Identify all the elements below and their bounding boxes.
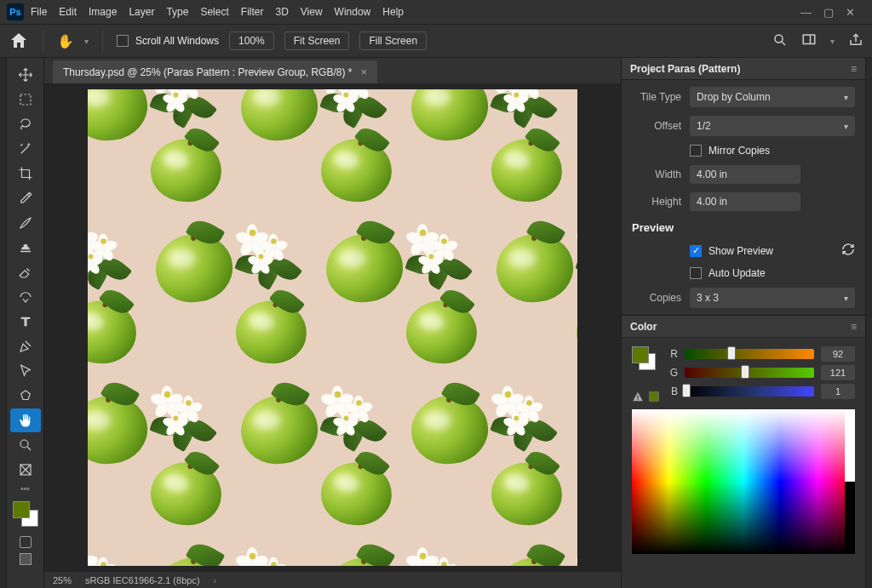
pen-tool[interactable] [10, 334, 41, 358]
copies-label: Copies [632, 292, 681, 304]
copies-value: 3 x 3 [697, 292, 719, 304]
menu-image[interactable]: Image [89, 6, 117, 18]
main-area: ••• Thursday.psd @ 25% (Paras Pattern : … [0, 58, 872, 588]
width-input[interactable] [690, 165, 800, 184]
chevron-down-icon: ▾ [844, 294, 848, 303]
foreground-color-swatch[interactable] [13, 501, 30, 518]
menu-select[interactable]: Select [200, 6, 228, 18]
gamut-swatch[interactable] [649, 391, 659, 402]
gamut-warning-icon[interactable] [632, 391, 644, 402]
tile-type-label: Tile Type [632, 91, 681, 103]
copies-select[interactable]: 3 x 3 ▾ [690, 288, 855, 308]
quick-mask-icon[interactable] [20, 536, 32, 548]
panel-color: Color ≡ [622, 315, 865, 562]
menu-help[interactable]: Help [382, 6, 404, 18]
canvas-viewport[interactable] [44, 83, 621, 571]
menu-bar: Ps FileEditImageLayerTypeSelectFilter3DV… [0, 0, 872, 24]
fill-screen-button[interactable]: Fill Screen [359, 31, 427, 50]
path-selection-tool[interactable] [10, 359, 41, 383]
toolbox: ••• [7, 58, 44, 588]
photoshop-logo: Ps [7, 3, 24, 20]
move-tool[interactable] [10, 63, 41, 87]
b-slider[interactable] [685, 386, 814, 397]
tile-type-value: Drop by Column [697, 91, 771, 103]
panel-pattern: Project Paras (Pattern) ≡ Tile Type Drop… [622, 58, 865, 315]
menu-view[interactable]: View [301, 6, 323, 18]
refresh-icon[interactable] [841, 243, 855, 259]
scroll-all-windows-label: Scroll All Windows [135, 35, 219, 47]
left-collapsed-rail[interactable] [0, 58, 7, 588]
crop-tool[interactable] [10, 162, 41, 186]
menu-3d[interactable]: 3D [275, 6, 288, 18]
close-button[interactable]: ✕ [846, 6, 855, 19]
show-preview-label: Show Preview [708, 245, 773, 257]
r-value[interactable]: 92 [821, 346, 855, 362]
close-tab-icon[interactable]: × [360, 66, 367, 78]
tile-type-select[interactable]: Drop by Column ▾ [690, 87, 855, 107]
fg-color-swatch[interactable] [632, 346, 649, 363]
menu-filter[interactable]: Filter [241, 6, 264, 18]
menu-items: FileEditImageLayerTypeSelectFilter3DView… [31, 6, 404, 18]
show-preview-checkbox[interactable]: ✓Show Preview [690, 245, 773, 257]
panel-color-title: Color [630, 321, 657, 333]
screen-mode-icon[interactable] [20, 553, 32, 565]
maximize-button[interactable]: ▢ [823, 6, 834, 19]
workspace-icon[interactable] [801, 32, 817, 50]
color-swatches[interactable] [632, 346, 656, 370]
menu-layer[interactable]: Layer [129, 6, 154, 18]
panel-menu-icon[interactable]: ≡ [851, 63, 857, 75]
home-icon[interactable] [9, 31, 29, 51]
g-value[interactable]: 121 [821, 365, 855, 380]
window-controls: — ▢ ✕ [800, 6, 869, 19]
magic-wand-tool[interactable] [10, 137, 41, 161]
eraser-tool[interactable] [10, 260, 41, 284]
menu-type[interactable]: Type [166, 6, 188, 18]
status-zoom[interactable]: 25% [53, 575, 72, 585]
right-panels: Project Paras (Pattern) ≡ Tile Type Drop… [621, 58, 865, 588]
fit-screen-button[interactable]: Fit Screen [284, 31, 350, 50]
shape-tool[interactable] [10, 384, 41, 408]
svg-point-0 [775, 35, 783, 43]
height-input[interactable] [690, 192, 800, 211]
panel-pattern-header[interactable]: Project Paras (Pattern) ≡ [622, 58, 865, 80]
scroll-all-windows-checkbox[interactable]: Scroll All Windows [117, 35, 219, 47]
height-label: Height [632, 196, 681, 208]
type-tool[interactable] [10, 310, 41, 334]
lasso-tool[interactable] [10, 112, 41, 136]
minimize-button[interactable]: — [800, 6, 812, 19]
status-caret-icon[interactable]: › [214, 575, 217, 585]
zoom-100-button[interactable]: 100% [229, 31, 274, 50]
r-slider[interactable] [685, 349, 814, 359]
canvas [88, 89, 577, 566]
search-icon[interactable] [772, 32, 788, 50]
document-tab[interactable]: Thursday.psd @ 25% (Paras Pattern : Prev… [53, 60, 377, 83]
document-tab-bar: Thursday.psd @ 25% (Paras Pattern : Prev… [44, 58, 621, 83]
g-slider[interactable] [685, 368, 814, 378]
brush-tool[interactable] [10, 211, 41, 235]
menu-window[interactable]: Window [335, 6, 371, 18]
eyedropper-tool[interactable] [10, 186, 41, 210]
share-icon[interactable] [848, 32, 863, 50]
zoom-tool[interactable] [10, 433, 41, 457]
gradient-tool[interactable] [10, 285, 41, 309]
marquee-tool[interactable] [10, 88, 41, 111]
menu-file[interactable]: File [31, 6, 47, 18]
panel-menu-icon[interactable]: ≡ [851, 321, 857, 333]
hand-tool[interactable] [10, 408, 41, 432]
status-profile[interactable]: sRGB IEC61966-2.1 (8bpc) [85, 575, 200, 585]
edit-toolbar-button[interactable] [10, 458, 41, 482]
panel-color-header[interactable]: Color ≡ [622, 316, 865, 338]
b-value[interactable]: 1 [821, 384, 855, 399]
hand-tool-icon[interactable]: ✋ [57, 33, 74, 49]
menu-edit[interactable]: Edit [59, 6, 77, 18]
auto-update-checkbox[interactable]: Auto Update [690, 267, 766, 279]
color-spectrum[interactable] [632, 409, 855, 554]
mirror-copies-checkbox[interactable]: Mirror Copies [690, 145, 770, 157]
clone-stamp-tool[interactable] [10, 236, 41, 260]
chevron-down-icon: ▾ [844, 122, 848, 131]
foreground-background-colors[interactable] [13, 501, 38, 527]
offset-value: 1/2 [697, 120, 711, 132]
right-collapsed-rail[interactable] [865, 58, 872, 588]
offset-select[interactable]: 1/2 ▾ [690, 116, 855, 136]
bw-column[interactable] [845, 409, 855, 554]
